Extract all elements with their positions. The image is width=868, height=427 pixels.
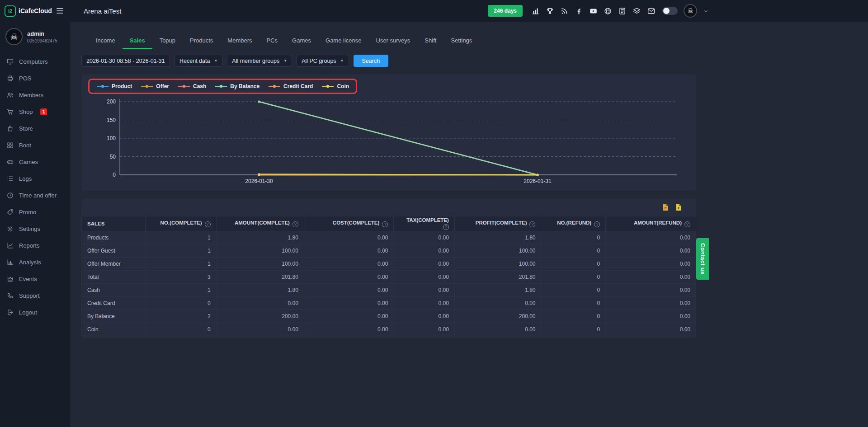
chart-canvas: 0501001502002026-01-302026-01-31: [87, 96, 689, 188]
table-row: Products11.800.000.001.8000.00: [82, 231, 696, 244]
row-cell: 1: [146, 231, 216, 244]
mail-icon[interactable]: [647, 7, 656, 15]
sidebar-item-label: Shop: [19, 108, 33, 115]
sidebar-item-label: Events: [19, 276, 37, 282]
date-range-input[interactable]: [81, 55, 170, 67]
row-cell: 3: [146, 271, 216, 284]
tab-settings[interactable]: Settings: [443, 33, 479, 49]
row-cell: 1.80: [454, 231, 541, 244]
help-icon[interactable]: ?: [292, 221, 298, 227]
help-icon[interactable]: ?: [594, 221, 600, 227]
invoice-icon[interactable]: [618, 7, 627, 15]
sidebar-item-promo[interactable]: Promo: [0, 204, 70, 221]
legend-label: By Balance: [230, 83, 259, 89]
help-icon[interactable]: ?: [529, 221, 535, 227]
sidebar-item-settings[interactable]: Settings: [0, 221, 70, 237]
tab-topup[interactable]: Topup: [152, 33, 183, 49]
col-header-no-complete: NO.(COMPLETE)?: [146, 216, 216, 231]
tab-pcs[interactable]: PCs: [259, 33, 285, 49]
sidebar-item-analysis[interactable]: Analysis: [0, 254, 70, 271]
search-button[interactable]: Search: [354, 55, 389, 67]
legend-item-by-balance[interactable]: By Balance: [215, 83, 259, 89]
globe-icon[interactable]: [604, 7, 612, 15]
row-cell: 0.00: [304, 284, 393, 297]
member-group-select[interactable]: All member groups ▼: [227, 55, 292, 67]
contact-us-button[interactable]: Contact us: [696, 238, 709, 280]
help-icon[interactable]: ?: [382, 221, 388, 227]
legend-item-offer[interactable]: Offer: [141, 83, 169, 89]
table-row: Offer Guest1100.000.000.00100.0000.00: [82, 244, 696, 258]
row-cell: 0.00: [454, 323, 541, 336]
menu-icon[interactable]: [55, 7, 65, 15]
layers-icon[interactable]: [632, 7, 641, 15]
sidebar-item-events[interactable]: Events: [0, 271, 70, 287]
sidebar-item-pos[interactable]: POS: [0, 70, 70, 87]
sidebar-item-support[interactable]: Support: [0, 287, 70, 304]
row-cell: 0: [541, 323, 606, 336]
boot-icon: [6, 141, 14, 149]
tab-bar: IncomeSalesTopupProductsMembersPCsGamesG…: [89, 33, 868, 49]
games-icon: [6, 158, 14, 166]
sidebar-item-members[interactable]: Members: [0, 87, 70, 103]
chart-bars-icon: [6, 258, 14, 266]
row-cell: 0.00: [216, 323, 304, 336]
youtube-icon[interactable]: [589, 7, 598, 15]
sidebar-item-reports[interactable]: Reports: [0, 237, 70, 254]
sidebar-item-computers[interactable]: Computers: [0, 53, 70, 70]
chevron-down-icon[interactable]: [703, 8, 709, 14]
user-profile[interactable]: ☠ admin 005193482475: [0, 22, 70, 50]
brand-logo[interactable]: i2 iCafeCloud: [5, 5, 52, 17]
row-cell: 0.00: [394, 284, 455, 297]
sidebar-item-label: Settings: [19, 225, 40, 232]
sidebar-item-shop[interactable]: Shop1: [0, 103, 70, 120]
legend-label: Coin: [337, 83, 349, 89]
col-header-label: AMOUNT(REFUND): [634, 220, 682, 225]
help-icon[interactable]: ?: [205, 221, 211, 227]
sidebar-item-label: Promo: [19, 209, 36, 216]
export-excel-button[interactable]: [674, 202, 683, 212]
tab-products[interactable]: Products: [183, 33, 220, 49]
sidebar-item-time-and-offer[interactable]: Time and offer: [0, 187, 70, 204]
tab-members[interactable]: Members: [220, 33, 259, 49]
tab-user-surveys[interactable]: User surveys: [369, 33, 418, 49]
days-badge[interactable]: 246 days: [488, 5, 523, 17]
row-cell: 0.00: [606, 271, 696, 284]
row-cell: 0.00: [606, 310, 696, 323]
tab-income[interactable]: Income: [89, 33, 123, 49]
row-cell: 100.00: [454, 244, 541, 258]
help-icon[interactable]: ?: [684, 221, 690, 227]
row-cell: 0: [541, 310, 606, 323]
avatar: ☠: [5, 28, 23, 45]
avatar[interactable]: ☠: [684, 4, 697, 18]
analytics-icon[interactable]: [531, 7, 540, 15]
trophy-icon[interactable]: [546, 7, 554, 15]
legend-item-product[interactable]: Product: [96, 83, 132, 89]
col-header-amount-refund: AMOUNT(REFUND)?: [606, 216, 696, 231]
sidebar-item-store[interactable]: Store: [0, 120, 70, 137]
legend-item-cash[interactable]: Cash: [178, 83, 206, 89]
theme-toggle[interactable]: [662, 7, 678, 15]
export-pdf-button[interactable]: [661, 202, 670, 212]
row-cell: 0: [541, 284, 606, 297]
col-header-label: NO.(REFUND): [557, 220, 591, 225]
sidebar-item-logs[interactable]: Logs: [0, 170, 70, 187]
svg-text:2026-01-30: 2026-01-30: [245, 178, 273, 184]
help-icon[interactable]: ?: [443, 224, 449, 230]
tab-games[interactable]: Games: [285, 33, 318, 49]
sidebar-item-logout[interactable]: Logout: [0, 304, 70, 321]
sidebar-item-boot[interactable]: Boot: [0, 137, 70, 154]
sidebar-item-games[interactable]: Games: [0, 154, 70, 170]
row-cell: 0: [146, 297, 216, 310]
facebook-icon[interactable]: [575, 7, 583, 15]
tab-game-license[interactable]: Game license: [318, 33, 368, 49]
tab-sales[interactable]: Sales: [123, 33, 152, 49]
pc-group-select[interactable]: All PC groups ▼: [297, 55, 349, 67]
legend-item-credit-card[interactable]: Credit Card: [268, 83, 313, 89]
rss-icon[interactable]: [560, 7, 569, 15]
sidebar-item-label: Logs: [19, 175, 32, 182]
legend-label: Offer: [156, 83, 169, 89]
data-select[interactable]: Recent data ▼: [175, 55, 222, 67]
legend-item-coin[interactable]: Coin: [321, 83, 349, 89]
tab-shift[interactable]: Shift: [417, 33, 443, 49]
legend-highlight-box: ProductOfferCashBy BalanceCredit CardCoi…: [88, 79, 357, 94]
